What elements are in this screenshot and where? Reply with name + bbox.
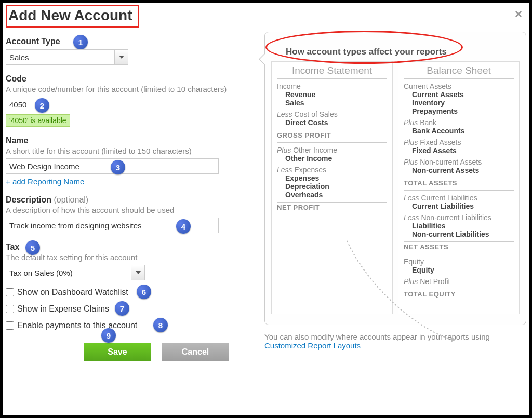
name-hint: A short title for this account (limited … bbox=[6, 146, 255, 155]
description-hint: A description of how this account should… bbox=[6, 206, 255, 214]
customized-report-layouts-link[interactable]: Customized Report Layouts bbox=[264, 341, 361, 350]
code-hint: A unique code/number for this account (l… bbox=[6, 85, 255, 93]
badge-8: 8 bbox=[153, 318, 168, 332]
income-statement-panel: Income Statement Income Revenue Sales Le… bbox=[271, 61, 393, 314]
tax-hint: The default tax setting for this account bbox=[6, 253, 255, 262]
tax-label: Tax bbox=[6, 242, 19, 252]
dashboard-watchlist-label: Show on Dashboard Watchlist bbox=[17, 288, 128, 297]
footer-note: You can also modify where accounts appea… bbox=[264, 332, 526, 350]
badge-1: 1 bbox=[73, 35, 88, 49]
badge-5: 5 bbox=[25, 240, 40, 255]
account-type-select[interactable] bbox=[6, 49, 128, 65]
description-label: Description (optional) bbox=[6, 195, 88, 205]
add-reporting-name-link[interactable]: + add Reporting Name bbox=[6, 177, 84, 186]
enable-payments-label: Enable payments to this account bbox=[17, 321, 137, 330]
dialog-title: Add New Account bbox=[8, 6, 135, 25]
save-button[interactable]: Save bbox=[84, 343, 151, 361]
badge-7: 7 bbox=[115, 301, 129, 316]
balance-sheet-panel: Balance Sheet Current Assets Current Ass… bbox=[398, 61, 520, 314]
cancel-button[interactable]: Cancel bbox=[162, 343, 229, 361]
expense-claims-checkbox[interactable] bbox=[6, 305, 14, 313]
dashboard-watchlist-checkbox[interactable] bbox=[6, 288, 14, 296]
badge-3: 3 bbox=[111, 160, 125, 174]
badge-2: 2 bbox=[35, 98, 49, 113]
code-label: Code bbox=[6, 74, 26, 84]
badge-6: 6 bbox=[137, 285, 151, 299]
badge-9: 9 bbox=[101, 328, 116, 343]
info-heading-highlight bbox=[265, 31, 463, 64]
title-highlight: Add New Account bbox=[6, 5, 139, 28]
enable-payments-checkbox[interactable] bbox=[6, 321, 14, 330]
badge-4: 4 bbox=[176, 219, 191, 234]
account-type-label: Account Type bbox=[6, 37, 60, 46]
code-available-msg: '4050' is available bbox=[6, 114, 70, 127]
expense-claims-label: Show in Expense Claims bbox=[17, 304, 109, 314]
income-statement-title: Income Statement bbox=[277, 65, 387, 79]
balance-sheet-title: Balance Sheet bbox=[404, 65, 514, 79]
tax-select[interactable] bbox=[6, 265, 145, 280]
reports-info-bubble: How account types affect your reports In… bbox=[264, 32, 526, 325]
close-icon[interactable]: × bbox=[515, 7, 522, 21]
name-label: Name bbox=[6, 136, 29, 145]
